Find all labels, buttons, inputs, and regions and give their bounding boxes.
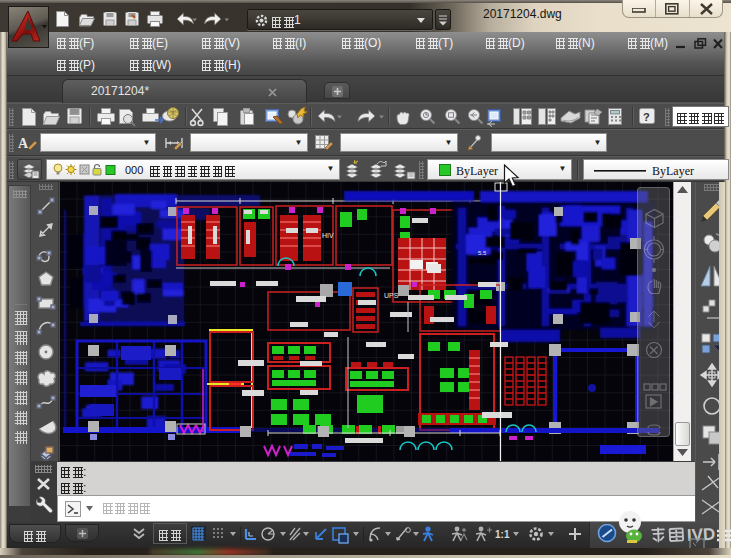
svg-text:A: A (18, 136, 29, 151)
svg-text:?: ? (643, 111, 650, 123)
svg-text:UPS: UPS (384, 292, 399, 299)
svg-text:HIV: HIV (322, 232, 334, 239)
svg-text:IVD: IVD (686, 525, 715, 545)
svg-text:1:1: 1:1 (495, 529, 510, 540)
svg-text:5.5: 5.5 (478, 250, 487, 256)
